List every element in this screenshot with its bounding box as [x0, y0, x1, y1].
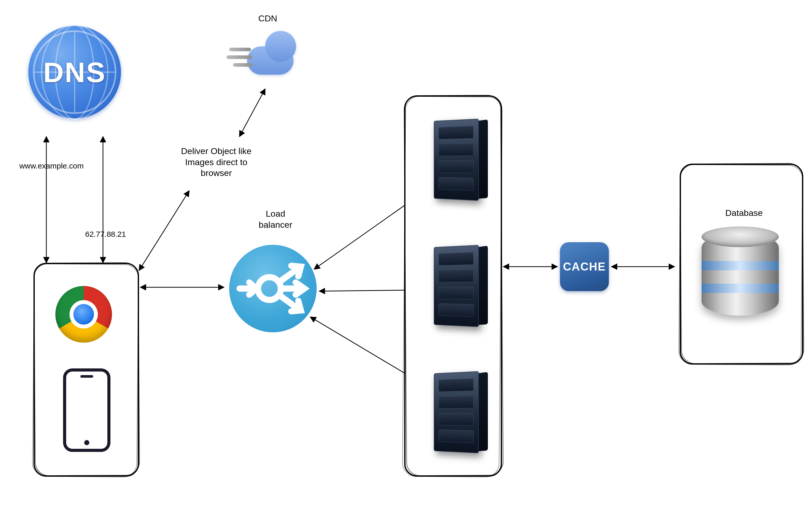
load-balancer-node	[229, 245, 317, 332]
dns-node: DNS	[28, 26, 121, 118]
arrow-client-cdn-lower	[139, 191, 189, 270]
arrow-lb-server1	[314, 198, 414, 269]
label-cdn-deliver: Deliver Object like Images direct to bro…	[167, 146, 265, 179]
dns-label: DNS	[28, 26, 121, 118]
database-label: Database	[718, 207, 770, 219]
mobile-phone-icon	[63, 368, 110, 452]
load-balancer-label: Load balancer	[250, 208, 301, 230]
arrow-cdn-upper	[239, 89, 265, 137]
cache-node: CACHE	[560, 242, 609, 291]
server-node-2	[434, 245, 479, 327]
server-node-1	[434, 119, 479, 201]
label-www-example: www.example.com	[15, 161, 88, 171]
database-node	[702, 233, 779, 316]
cdn-label: CDN	[247, 13, 288, 24]
label-ip-address: 62.77.88.21	[77, 229, 134, 239]
server-node-3	[434, 371, 479, 453]
cdn-node	[232, 31, 304, 77]
chrome-browser-icon	[56, 286, 112, 343]
